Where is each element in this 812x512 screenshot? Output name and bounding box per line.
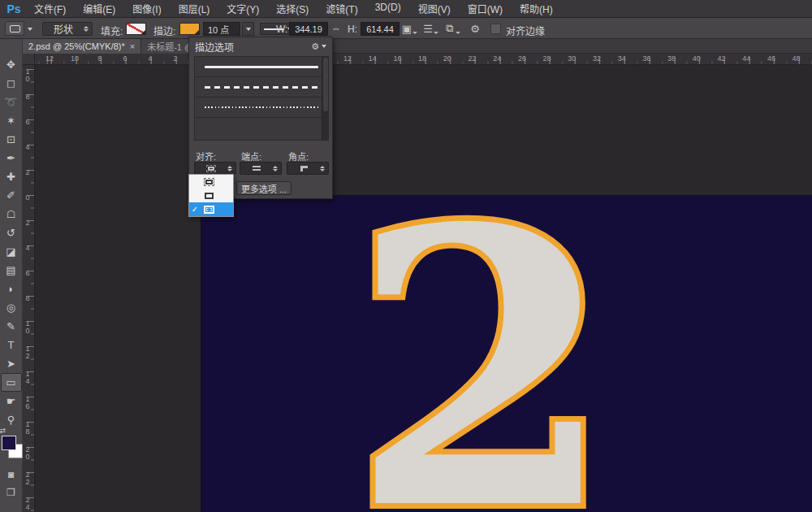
crop-tool[interactable]: ⊡ xyxy=(1,130,22,149)
align-edges-label: 对齐边缘 xyxy=(506,24,545,37)
panel-gear-icon[interactable]: ⚙ xyxy=(311,41,319,52)
path-selection-tool[interactable]: ➤ xyxy=(1,354,22,373)
solid-stroke-style-preview xyxy=(205,66,318,68)
close-tab-icon[interactable]: × xyxy=(130,41,135,51)
rectangle-preset-icon xyxy=(10,25,20,33)
quick-mask-button[interactable]: ◙ xyxy=(2,468,20,481)
swap-colors-icon[interactable]: ⇄ xyxy=(0,427,6,435)
height-label: H: xyxy=(348,24,357,35)
menu-item[interactable]: 视图(V) xyxy=(418,2,451,15)
ruler-origin-corner[interactable] xyxy=(23,54,35,65)
menu-item[interactable]: 编辑(E) xyxy=(83,2,115,15)
chevron-down-icon xyxy=(246,28,251,31)
dodge-tool[interactable]: ◎ xyxy=(1,298,22,317)
pen-tool[interactable]: ✎ xyxy=(1,317,22,336)
shape-width-input[interactable]: 344.19 xyxy=(289,22,328,36)
ruler-number: 8 xyxy=(24,93,32,100)
document-canvas[interactable]: 2 xyxy=(201,195,812,512)
tools-panel: ✥◻➰✶⊡✒✚✐☖↺◪▤◗◎✎T➤▭☛⚲ ⇄ ◙ ❐ xyxy=(0,39,23,512)
fill-swatch-caret-icon xyxy=(141,30,145,34)
tool-preset-caret-icon[interactable] xyxy=(28,28,32,31)
tool-options-bar: 形状 填充: 描边: 10 点 W: 344.19 ⇔ H: 614.44 ▣ … xyxy=(0,18,812,39)
menu-item[interactable]: 滤镜(T) xyxy=(326,2,357,15)
ruler-number: 2 xyxy=(166,54,184,63)
horizontal-ruler[interactable]: 1210864212141618202224262830323436384042… xyxy=(35,54,812,65)
canvas-pasteboard[interactable]: 2 xyxy=(35,65,812,512)
stroke-caps-select[interactable] xyxy=(240,162,282,175)
align-edges-checkbox[interactable] xyxy=(490,24,501,34)
rectangle-tool[interactable]: ▭ xyxy=(1,373,22,392)
ruler-number: 24 xyxy=(24,496,32,510)
stroke-color-swatch[interactable] xyxy=(179,23,200,35)
menu-item[interactable]: 3D(D) xyxy=(375,2,401,15)
ruler-number: 34 xyxy=(613,54,631,63)
blur-tool[interactable]: ◗ xyxy=(1,280,22,298)
menu-item[interactable]: 图像(I) xyxy=(132,2,161,15)
type-tool[interactable]: T xyxy=(1,336,22,354)
fill-color-swatch[interactable] xyxy=(126,23,146,35)
stroke-align-center-option[interactable]: ✓ xyxy=(189,189,233,202)
dashed-stroke-style-preview xyxy=(205,86,318,89)
tool-preset-button[interactable] xyxy=(5,21,24,36)
healing-brush-tool[interactable]: ✚ xyxy=(1,167,22,186)
ruler-number: 2 xyxy=(24,168,32,176)
ruler-number: 12 xyxy=(41,54,58,63)
color-swatches: ⇄ xyxy=(1,436,22,463)
ruler-number: 22 xyxy=(24,471,32,485)
gradient-tool[interactable]: ▤ xyxy=(1,261,22,280)
scrollbar[interactable] xyxy=(322,57,328,140)
ruler-number: 4 xyxy=(24,143,32,150)
dotted-stroke-style-preview xyxy=(205,106,318,108)
more-options-button[interactable]: 更多选项 ... xyxy=(236,181,292,195)
canvas-number-shape[interactable]: 2 xyxy=(350,196,615,512)
ruler-number: 10 xyxy=(66,54,84,63)
history-brush-tool[interactable]: ↺ xyxy=(1,223,22,242)
foreground-color-swatch[interactable] xyxy=(2,436,16,450)
settings-gear-button[interactable]: ⚙ xyxy=(468,21,482,36)
lasso-tool[interactable]: ➰ xyxy=(1,93,22,111)
ruler-number: 28 xyxy=(538,54,556,63)
stroke-align-select[interactable] xyxy=(194,162,236,175)
vertical-ruler[interactable]: 108642024681012141618202224 xyxy=(23,65,35,512)
ruler-number: 8 xyxy=(91,54,109,63)
ruler-number: 18 xyxy=(24,420,32,435)
menu-item[interactable]: 帮助(H) xyxy=(520,2,553,15)
stroke-width-dropdown-button[interactable] xyxy=(242,22,254,36)
ruler-number: 6 xyxy=(116,54,134,63)
select-updown-icon xyxy=(273,166,278,171)
eraser-tool[interactable]: ◪ xyxy=(1,242,22,261)
path-operations-button[interactable]: ▣ xyxy=(400,21,414,36)
path-arrangement-button[interactable]: ⧉ xyxy=(443,21,457,36)
stroke-align-outside-option[interactable]: ✓ xyxy=(189,202,233,216)
ruler-number: 8 xyxy=(24,294,32,302)
menu-item[interactable]: 文件(F) xyxy=(34,2,66,15)
marquee-tool[interactable]: ◻ xyxy=(1,74,22,93)
menu-item[interactable]: 图层(L) xyxy=(179,2,210,15)
shape-height-input[interactable]: 614.44 xyxy=(361,22,400,36)
stroke-align-inside-option[interactable]: ✓ xyxy=(189,175,233,189)
tool-mode-select[interactable]: 形状 xyxy=(42,22,93,36)
dashed-stroke-style[interactable] xyxy=(195,77,328,98)
scrollbar-thumb[interactable] xyxy=(323,58,328,111)
solid-stroke-style[interactable] xyxy=(195,57,328,77)
stroke-corners-select[interactable] xyxy=(287,162,329,175)
document-tab-active[interactable]: 2.psd @ 25%(CMYK/8)* × xyxy=(23,39,141,54)
menu-item[interactable]: 选择(S) xyxy=(276,2,309,15)
magic-wand-tool[interactable]: ✶ xyxy=(1,111,22,130)
brush-tool[interactable]: ✐ xyxy=(1,186,22,205)
stroke-width-input[interactable]: 10 点 xyxy=(203,22,240,36)
move-tool[interactable]: ✥ xyxy=(1,55,22,74)
eyedropper-tool[interactable]: ✒ xyxy=(1,149,22,167)
link-dimensions-icon[interactable]: ⇔ xyxy=(331,23,341,34)
ruler-number: 4 xyxy=(141,54,159,63)
hand-tool[interactable]: ☛ xyxy=(1,392,22,410)
screen-mode-button[interactable]: ❐ xyxy=(2,486,20,499)
tool-mode-value: 形状 xyxy=(43,22,84,36)
ruler-number: 0 xyxy=(24,193,32,201)
menu-item[interactable]: 文字(Y) xyxy=(227,2,259,15)
path-alignment-button[interactable]: ☰ xyxy=(421,21,435,36)
clone-stamp-tool[interactable]: ☖ xyxy=(1,205,22,223)
menu-item[interactable]: 窗口(W) xyxy=(468,2,503,15)
ruler-number: 14 xyxy=(364,54,382,63)
dotted-stroke-style[interactable] xyxy=(195,98,328,118)
